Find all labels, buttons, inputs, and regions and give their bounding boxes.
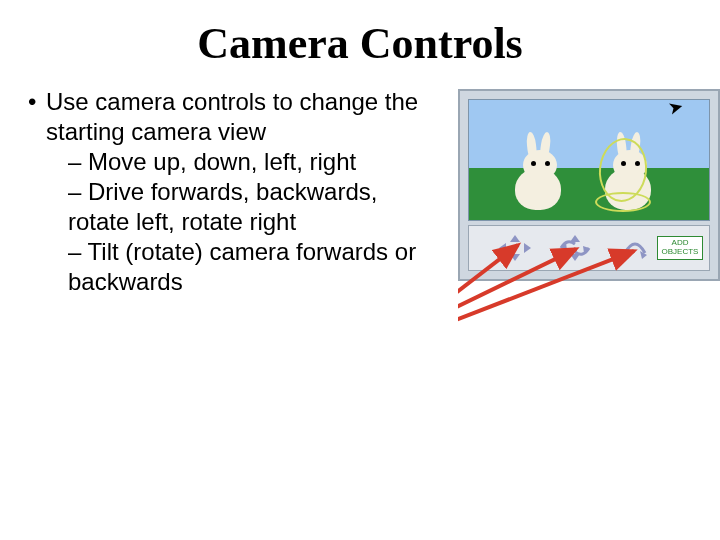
camera-tilt-control[interactable]	[613, 232, 657, 264]
svg-marker-0	[510, 235, 520, 242]
bunny-object	[509, 136, 569, 210]
slide-title: Camera Controls	[0, 18, 720, 69]
sub-bullet-text: Move up, down, left, right	[88, 148, 356, 175]
sub-bullet-text: Tilt (rotate) camera forwards or backwar…	[68, 238, 416, 295]
svg-marker-2	[499, 243, 506, 253]
bullet-item: • Use camera controls to change the star…	[28, 87, 428, 297]
add-objects-button[interactable]: ADD OBJECTS	[657, 236, 703, 260]
bullet-lead: Use camera controls to change the starti…	[46, 88, 418, 145]
svg-marker-3	[524, 243, 531, 253]
slide: Camera Controls • Use camera controls to…	[0, 18, 720, 540]
bullet-text-column: • Use camera controls to change the star…	[0, 87, 428, 297]
slide-body: • Use camera controls to change the star…	[0, 87, 720, 297]
scene-viewport: ➤	[468, 99, 710, 221]
svg-marker-1	[510, 254, 520, 261]
sub-bullet-text: Drive forwards, backwards, rotate left, …	[68, 178, 377, 235]
cursor-icon: ➤	[665, 99, 685, 120]
sub-bullet: – Move up, down, left, right	[46, 147, 428, 177]
camera-drive-control[interactable]	[553, 232, 597, 264]
sub-bullet: – Tilt (rotate) camera forwards or backw…	[46, 237, 428, 297]
sub-bullet: – Drive forwards, backwards, rotate left…	[46, 177, 428, 237]
camera-move-control[interactable]	[493, 232, 537, 264]
bullet-content: Use camera controls to change the starti…	[46, 87, 428, 297]
bullet-marker: •	[28, 87, 46, 297]
app-screenshot: ➤	[458, 89, 720, 281]
scene-ground	[469, 168, 709, 220]
camera-control-bar: ADD OBJECTS	[468, 225, 710, 271]
